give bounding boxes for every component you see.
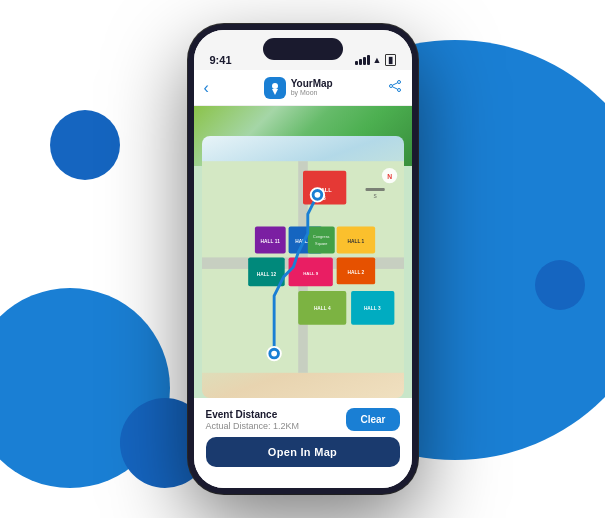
svg-text:HALL 12: HALL 12 (256, 272, 276, 277)
svg-text:Congress: Congress (313, 235, 329, 239)
app-name-label: YourMap (291, 79, 333, 89)
battery-icon: ▮ (385, 54, 396, 66)
svg-point-2 (397, 81, 400, 84)
signal-bar-3 (363, 57, 366, 65)
event-info-block: Event Distance Actual Distance: 1.2KM (206, 409, 347, 431)
svg-text:HALL 1: HALL 1 (347, 239, 364, 244)
svg-point-0 (272, 83, 278, 89)
logo-svg (268, 81, 282, 95)
map-container[interactable]: HALL 8 HALL 10 HALL 11 HALL 12 H (194, 106, 412, 398)
app-logo-icon (264, 77, 286, 99)
dynamic-island (263, 38, 343, 60)
svg-rect-23 (307, 227, 334, 254)
signal-bar-4 (367, 55, 370, 65)
back-button[interactable]: ‹ (204, 79, 209, 97)
info-panel: Event Distance Actual Distance: 1.2KM Cl… (194, 398, 412, 488)
svg-text:HALL 4: HALL 4 (313, 306, 330, 311)
signal-bar-1 (355, 61, 358, 65)
svg-text:HALL 2: HALL 2 (347, 270, 364, 275)
svg-text:N: N (387, 173, 392, 180)
phone-wrapper: 9:41 ▲ ▮ ‹ (188, 24, 418, 494)
open-in-map-button[interactable]: Open In Map (206, 437, 400, 467)
app-header: ‹ YourMap by Moon (194, 70, 412, 106)
svg-marker-1 (272, 89, 278, 95)
svg-text:S: S (373, 194, 376, 199)
svg-rect-38 (365, 188, 384, 191)
bg-circle-small-left (50, 110, 120, 180)
signal-bars-icon (355, 55, 370, 65)
svg-point-33 (271, 351, 277, 357)
signal-bar-2 (359, 59, 362, 65)
svg-text:Square: Square (315, 242, 327, 246)
status-time: 9:41 (210, 54, 232, 66)
map-3d-view[interactable]: HALL 8 HALL 10 HALL 11 HALL 12 H (202, 136, 404, 398)
svg-line-5 (392, 83, 397, 85)
status-icons: ▲ ▮ (355, 54, 396, 66)
svg-point-3 (389, 85, 392, 88)
phone-frame: 9:41 ▲ ▮ ‹ (188, 24, 418, 494)
app-title-block: YourMap by Moon (291, 79, 333, 96)
bg-circle-small-right (535, 260, 585, 310)
app-logo: YourMap by Moon (264, 77, 333, 99)
wifi-icon: ▲ (373, 55, 382, 65)
phone-screen: 9:41 ▲ ▮ ‹ (194, 30, 412, 488)
share-icon (388, 79, 402, 93)
svg-text:HALL 9: HALL 9 (303, 271, 319, 276)
svg-point-4 (397, 89, 400, 92)
halls-svg: HALL 8 HALL 10 HALL 11 HALL 12 H (202, 136, 404, 398)
app-subtitle-label: by Moon (291, 89, 333, 96)
share-button[interactable] (388, 79, 402, 96)
svg-text:HALL 11: HALL 11 (260, 239, 280, 244)
svg-text:HALL 3: HALL 3 (363, 306, 380, 311)
svg-line-6 (392, 87, 397, 89)
svg-point-35 (314, 192, 320, 198)
actual-distance-value: Actual Distance: 1.2KM (206, 421, 347, 431)
event-distance-row: Event Distance Actual Distance: 1.2KM Cl… (206, 408, 400, 431)
clear-button[interactable]: Clear (346, 408, 399, 431)
event-distance-label: Event Distance (206, 409, 347, 420)
